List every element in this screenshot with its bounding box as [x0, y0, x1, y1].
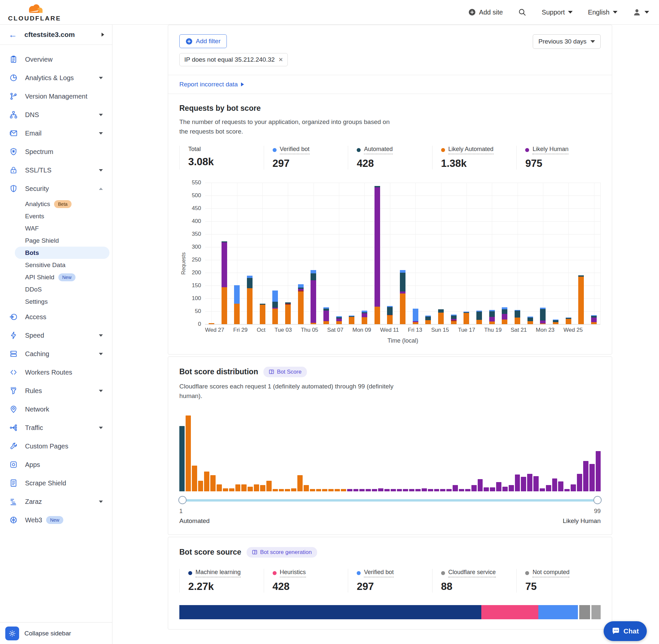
sidebar-item[interactable]: Spectrum [0, 142, 112, 161]
arrow-right-icon [241, 83, 244, 86]
top-nav-right: Add site Support English [468, 8, 649, 17]
sidebar-item-icon [9, 423, 18, 432]
stat-column: Cloudflare service 88 [432, 569, 517, 593]
chevron-icon[interactable] [99, 335, 103, 337]
sidebar-item[interactable]: Web3 New [0, 511, 112, 529]
user-avatar-icon [633, 8, 641, 17]
cloudflare-logo[interactable]: CLOUDFLARE [10, 2, 59, 22]
sidebar-item[interactable]: Custom Pages [0, 437, 112, 455]
slider-handle-min[interactable] [178, 496, 187, 504]
stat-label[interactable]: Likely Automated [448, 146, 494, 154]
sidebar-item[interactable]: Traffic [0, 418, 112, 437]
report-incorrect-data-link[interactable]: Report incorrect data [179, 81, 238, 88]
sidebar-item[interactable]: Email [0, 124, 112, 142]
search-icon[interactable] [518, 8, 526, 17]
report-row: Report incorrect data [168, 75, 612, 94]
sidebar-item[interactable]: Scrape Shield [0, 474, 112, 492]
stat-label[interactable]: Heuristics [280, 569, 306, 577]
chevron-icon[interactable] [99, 427, 103, 429]
bot-score-generation-badge[interactable]: Bot score generation [246, 547, 317, 558]
chart-bar [587, 183, 600, 324]
chart-bar [422, 183, 434, 324]
stat-value: 975 [525, 158, 601, 169]
doc-icon [252, 549, 257, 555]
sidebar-item-label: DDoS [25, 286, 42, 293]
chevron-icon[interactable] [99, 114, 103, 116]
collapse-sidebar[interactable]: Collapse sidebar [24, 630, 71, 637]
sidebar-item[interactable]: Sensitive Data [15, 259, 110, 271]
stat-label[interactable]: Verified bot [364, 569, 394, 577]
sidebar-item[interactable]: DNS [0, 106, 112, 124]
sidebar-item[interactable]: Analytics Beta [15, 198, 110, 210]
stat-value: 428 [273, 581, 348, 593]
language-menu[interactable]: English [588, 8, 617, 16]
stat-label[interactable]: Not computed [533, 569, 569, 577]
sidebar-item[interactable]: DDoS [15, 283, 110, 296]
stat-value: 3.08k [188, 156, 264, 168]
chevron-icon[interactable] [99, 353, 103, 355]
chevron-icon[interactable] [99, 188, 103, 190]
sidebar-item[interactable]: SSL/TLS [0, 161, 112, 179]
sidebar-item-icon [9, 442, 18, 451]
sidebar-item[interactable]: Page Shield [15, 234, 110, 247]
sidebar-item[interactable]: Speed [0, 326, 112, 345]
chart-bar [486, 183, 498, 324]
sidebar-item[interactable]: Analytics & Logs [0, 69, 112, 87]
chart-bar [345, 183, 358, 324]
sidebar-item[interactable]: API Shield New [15, 271, 110, 283]
account-menu[interactable] [633, 8, 649, 17]
bot-score-doc-badge[interactable]: Bot Score [263, 367, 307, 377]
chat-button[interactable]: Chat [604, 621, 647, 641]
chevron-down-icon [644, 11, 649, 14]
chart-bar [574, 183, 587, 324]
sidebar-item[interactable]: Caching [0, 345, 112, 363]
chevron-icon[interactable] [99, 390, 103, 392]
sidebar-item[interactable]: Network [0, 400, 112, 418]
sidebar-item[interactable]: Workers Routes [0, 363, 112, 382]
sidebar-item-icon [9, 405, 18, 414]
chevron-icon[interactable] [99, 77, 103, 79]
slider-handle-max[interactable] [593, 496, 602, 504]
filter-bar: Add filter IP does not equal 35.212.240.… [168, 25, 612, 75]
chat-bubble-icon [612, 627, 620, 636]
chart-bar [549, 183, 562, 324]
sidebar-item[interactable]: Rules [0, 382, 112, 400]
sidebar-item[interactable]: Overview [0, 50, 112, 69]
stat-label[interactable]: Likely Human [533, 146, 568, 154]
stat-label[interactable]: Verified bot [280, 146, 310, 154]
support-menu[interactable]: Support [542, 8, 573, 16]
settings-gear-button[interactable] [5, 626, 19, 640]
filter-chip[interactable]: IP does not equal 35.212.240.32 × [179, 53, 288, 66]
stat-column: Not computed 75 [516, 569, 601, 593]
sidebar-item[interactable]: Bots [15, 247, 110, 259]
sidebar-item[interactable]: Version Management [0, 87, 112, 106]
close-icon[interactable]: × [279, 56, 283, 63]
sidebar-item-icon [9, 387, 18, 395]
site-selector[interactable]: ← cftestsite3.com [0, 25, 112, 45]
stat-label[interactable]: Automated [364, 146, 393, 154]
sidebar-item[interactable]: Security [0, 179, 112, 198]
add-filter-button[interactable]: Add filter [179, 34, 227, 48]
sidebar-item[interactable]: WAF [15, 222, 110, 234]
stat-label[interactable]: Cloudflare service [448, 569, 496, 577]
add-site-button[interactable]: Add site [468, 8, 503, 16]
stat-label[interactable]: Total [188, 146, 201, 153]
requests-chart: Requests 0501001502002503003504004505005… [179, 183, 601, 344]
back-arrow-icon[interactable]: ← [8, 30, 17, 40]
sidebar-item[interactable]: Zaraz [0, 492, 112, 511]
sidebar-item[interactable]: Apps [0, 455, 112, 474]
chevron-icon[interactable] [99, 132, 103, 135]
stat-label[interactable]: Machine learning [195, 569, 241, 577]
chevron-icon[interactable] [99, 501, 103, 503]
sidebar-item[interactable]: Events [15, 210, 110, 222]
chart-bar [396, 183, 409, 324]
chevron-right-icon[interactable] [101, 33, 104, 37]
sidebar-item[interactable]: Access [0, 308, 112, 326]
sidebar-item-label: Email [25, 130, 42, 137]
sidebar-item[interactable]: Settings [15, 296, 110, 308]
main-content: Add filter IP does not equal 35.212.240.… [112, 25, 659, 629]
chevron-icon[interactable] [99, 169, 103, 171]
date-range-dropdown[interactable]: Previous 30 days [533, 34, 601, 49]
cloudflare-cloud-icon [24, 2, 45, 16]
sidebar-item-label: Workers Routes [25, 369, 72, 376]
